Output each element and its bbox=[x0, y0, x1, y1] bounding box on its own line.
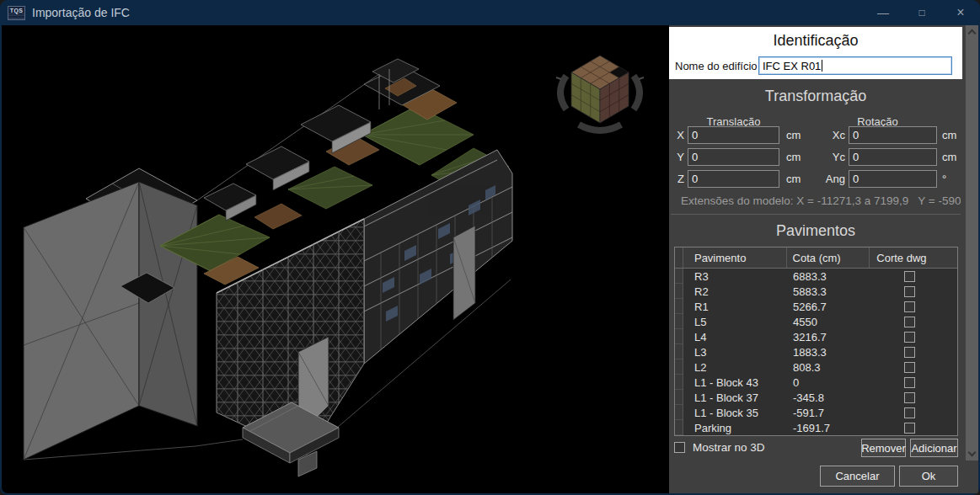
navigation-cube-icon bbox=[556, 56, 644, 130]
model-extents-text: Extensões do modelo: X = -11271,3 a 7199… bbox=[681, 194, 961, 207]
add-floor-button[interactable]: Adicionar bbox=[910, 439, 958, 457]
xc-label: Xc bbox=[812, 126, 845, 144]
identification-title: Identificação bbox=[669, 32, 962, 50]
y-label: Y bbox=[669, 148, 684, 166]
import-settings-panel: Identificação Nome do edifício IFC EX R0… bbox=[669, 25, 978, 493]
ifc-import-window: TQS Importação de IFC — □ × bbox=[0, 0, 980, 495]
table-row[interactable]: L1 - Block 430 bbox=[683, 375, 957, 390]
column-header-pavimento[interactable]: Pavimento bbox=[683, 248, 787, 268]
model-3d-viewport[interactable] bbox=[2, 25, 669, 493]
ang-label: Ang bbox=[812, 170, 845, 188]
corte-dwg-checkbox[interactable] bbox=[904, 377, 915, 388]
ok-button[interactable]: Ok bbox=[899, 466, 958, 487]
floors-table-header: Pavimento Cota (cm) Corte dwg bbox=[675, 248, 957, 269]
building-wireframe bbox=[2, 25, 669, 493]
row-header-gutter bbox=[675, 269, 683, 435]
translation-y-input[interactable] bbox=[688, 148, 779, 166]
cancel-button[interactable]: Cancelar bbox=[820, 466, 895, 487]
close-button[interactable]: × bbox=[941, 0, 980, 25]
rotation-ang-input[interactable] bbox=[849, 170, 937, 188]
table-row[interactable]: L54550 bbox=[683, 314, 957, 329]
x-unit: cm bbox=[786, 126, 801, 144]
yc-unit: cm bbox=[942, 148, 956, 166]
x-label: X bbox=[669, 126, 684, 144]
table-row[interactable]: L31883.3 bbox=[683, 344, 957, 359]
corte-dwg-checkbox[interactable] bbox=[904, 317, 915, 327]
remove-floor-button[interactable]: Remover bbox=[861, 439, 906, 457]
show-in-3d-toggle[interactable]: Mostrar no 3D bbox=[674, 441, 765, 454]
corte-dwg-checkbox[interactable] bbox=[904, 301, 915, 312]
building-name-value: IFC EX R01 bbox=[763, 60, 821, 72]
identification-section: Identificação Nome do edifício IFC EX R0… bbox=[669, 27, 962, 79]
table-row[interactable]: L43216.7 bbox=[683, 329, 957, 344]
corte-dwg-checkbox[interactable] bbox=[904, 271, 915, 282]
translation-x-input[interactable] bbox=[688, 126, 779, 144]
column-header-cota[interactable]: Cota (cm) bbox=[787, 248, 870, 268]
building-name-label: Nome do edifício bbox=[675, 60, 758, 72]
translation-z-input[interactable] bbox=[688, 170, 779, 188]
table-row[interactable]: L2808.3 bbox=[683, 359, 957, 375]
table-row[interactable]: Parking-1691.7 bbox=[683, 420, 957, 435]
text-caret bbox=[822, 60, 822, 72]
z-label: Z bbox=[669, 170, 684, 188]
building-name-input[interactable]: IFC EX R01 bbox=[758, 56, 952, 75]
tqs-app-icon: TQS bbox=[8, 6, 25, 20]
corte-dwg-checkbox[interactable] bbox=[904, 332, 915, 343]
yc-label: Yc bbox=[812, 148, 845, 166]
corte-dwg-checkbox[interactable] bbox=[904, 423, 915, 434]
y-unit: cm bbox=[786, 148, 801, 166]
table-row[interactable]: L1 - Block 35-591.7 bbox=[683, 405, 957, 420]
show-in-3d-checkbox[interactable] bbox=[674, 442, 685, 453]
xc-unit: cm bbox=[942, 126, 956, 144]
table-row[interactable]: R15266.7 bbox=[683, 299, 957, 314]
z-unit: cm bbox=[786, 170, 801, 188]
floors-table[interactable]: Pavimento Cota (cm) Corte dwg R36883.3 R… bbox=[674, 247, 958, 436]
window-title: Importação de IFC bbox=[32, 6, 130, 19]
transformation-title: Transformação bbox=[669, 88, 962, 105]
show-in-3d-label: Mostrar no 3D bbox=[693, 441, 765, 454]
minimize-button[interactable]: — bbox=[864, 0, 902, 25]
scroll-down-icon[interactable] bbox=[968, 449, 977, 457]
panel-scrollbar[interactable] bbox=[966, 25, 978, 460]
floors-title: Pavimentos bbox=[669, 222, 962, 240]
corte-dwg-checkbox[interactable] bbox=[904, 347, 915, 358]
rotation-xc-input[interactable] bbox=[849, 126, 937, 144]
table-row[interactable]: L1 - Block 37-345.8 bbox=[683, 390, 957, 405]
corte-dwg-checkbox[interactable] bbox=[904, 286, 915, 297]
table-row[interactable]: R36883.3 bbox=[683, 269, 957, 284]
corte-dwg-checkbox[interactable] bbox=[904, 407, 915, 418]
section-divider bbox=[671, 214, 961, 215]
corte-dwg-checkbox[interactable] bbox=[904, 362, 915, 373]
title-bar[interactable]: TQS Importação de IFC — □ × bbox=[0, 0, 980, 25]
column-header-corte-dwg[interactable]: Corte dwg bbox=[870, 248, 957, 268]
ang-unit: ° bbox=[942, 170, 946, 188]
scroll-up-icon[interactable] bbox=[968, 29, 977, 38]
corte-dwg-checkbox[interactable] bbox=[904, 392, 915, 403]
maximize-button[interactable]: □ bbox=[902, 0, 941, 25]
table-row[interactable]: R25883.3 bbox=[683, 284, 957, 299]
rotation-yc-input[interactable] bbox=[849, 148, 937, 166]
